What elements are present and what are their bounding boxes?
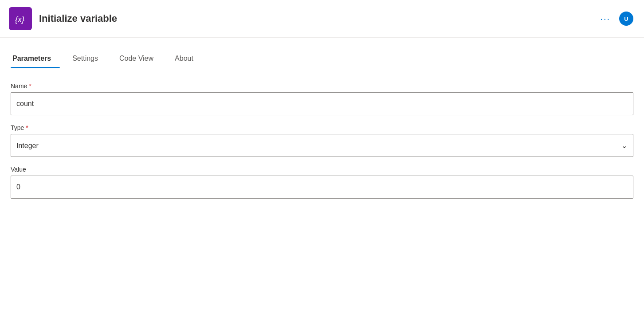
value-label: Value <box>11 166 633 173</box>
tabs-container: Parameters Settings Code View About <box>0 50 644 68</box>
svg-text:{x}: {x} <box>15 15 24 24</box>
type-required-star: * <box>26 124 28 131</box>
avatar[interactable]: U <box>619 12 633 26</box>
action-title: Initialize variable <box>39 13 117 24</box>
value-input[interactable] <box>11 176 633 199</box>
name-label: Name * <box>11 82 633 90</box>
ellipsis-button[interactable]: ··· <box>597 12 614 26</box>
action-icon: {x} <box>9 7 32 30</box>
header-right: ··· U <box>597 12 633 26</box>
type-select[interactable]: Array Boolean Float Integer Object Strin… <box>11 134 633 157</box>
form-content: Name * Type * Array Boolean Float Intege… <box>0 68 644 222</box>
name-field-group: Name * <box>11 82 633 115</box>
tab-about[interactable]: About <box>173 50 202 68</box>
header: {x} Initialize variable ··· U <box>0 0 644 38</box>
name-input[interactable] <box>11 92 633 115</box>
app-container: {x} Initialize variable ··· U Parameters… <box>0 0 644 333</box>
type-field-group: Type * Array Boolean Float Integer Objec… <box>11 124 633 157</box>
value-field-group: Value <box>11 166 633 199</box>
tab-parameters[interactable]: Parameters <box>11 50 60 68</box>
header-left: {x} Initialize variable <box>9 7 117 30</box>
type-select-wrapper: Array Boolean Float Integer Object Strin… <box>11 134 633 157</box>
name-required-star: * <box>29 82 31 90</box>
type-label: Type * <box>11 124 633 131</box>
tab-settings[interactable]: Settings <box>71 50 107 68</box>
tab-code-view[interactable]: Code View <box>118 50 162 68</box>
